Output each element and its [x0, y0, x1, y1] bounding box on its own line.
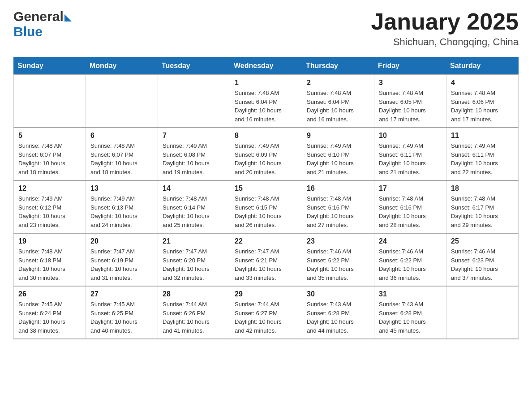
- calendar-cell: [158, 75, 230, 128]
- day-number: 20: [90, 237, 153, 245]
- day-info: Sunrise: 7:49 AMSunset: 6:11 PMDaylight:…: [451, 141, 514, 176]
- calendar-cell: 30Sunrise: 7:43 AMSunset: 6:28 PMDayligh…: [302, 286, 374, 339]
- week-row-5: 26Sunrise: 7:45 AMSunset: 6:24 PMDayligh…: [14, 286, 519, 339]
- day-info: Sunrise: 7:48 AMSunset: 6:04 PMDaylight:…: [235, 89, 297, 124]
- day-info: Sunrise: 7:48 AMSunset: 6:18 PMDaylight:…: [18, 247, 81, 282]
- day-info: Sunrise: 7:48 AMSunset: 6:15 PMDaylight:…: [235, 194, 297, 229]
- day-info: Sunrise: 7:49 AMSunset: 6:08 PMDaylight:…: [163, 141, 225, 176]
- calendar-cell: 25Sunrise: 7:46 AMSunset: 6:23 PMDayligh…: [446, 233, 519, 286]
- weekday-header-wednesday: Wednesday: [230, 57, 302, 75]
- day-info: Sunrise: 7:48 AMSunset: 6:07 PMDaylight:…: [18, 141, 81, 176]
- calendar-cell: 29Sunrise: 7:44 AMSunset: 6:27 PMDayligh…: [230, 286, 302, 339]
- calendar-cell: 10Sunrise: 7:49 AMSunset: 6:11 PMDayligh…: [374, 128, 446, 180]
- day-number: 8: [235, 132, 297, 140]
- calendar-cell: 17Sunrise: 7:48 AMSunset: 6:16 PMDayligh…: [374, 180, 446, 233]
- day-info: Sunrise: 7:49 AMSunset: 6:10 PMDaylight:…: [307, 141, 369, 176]
- week-row-2: 5Sunrise: 7:48 AMSunset: 6:07 PMDaylight…: [14, 128, 519, 180]
- day-info: Sunrise: 7:48 AMSunset: 6:16 PMDaylight:…: [307, 194, 369, 229]
- weekday-header-tuesday: Tuesday: [158, 57, 230, 75]
- calendar-cell: 19Sunrise: 7:48 AMSunset: 6:18 PMDayligh…: [14, 233, 86, 286]
- day-number: 3: [379, 79, 442, 87]
- day-number: 27: [90, 290, 153, 298]
- day-info: Sunrise: 7:43 AMSunset: 6:28 PMDaylight:…: [307, 300, 369, 335]
- day-number: 4: [451, 79, 514, 87]
- day-info: Sunrise: 7:49 AMSunset: 6:13 PMDaylight:…: [90, 194, 153, 229]
- week-row-4: 19Sunrise: 7:48 AMSunset: 6:18 PMDayligh…: [14, 233, 519, 286]
- day-info: Sunrise: 7:45 AMSunset: 6:24 PMDaylight:…: [18, 300, 81, 335]
- day-number: 12: [18, 184, 81, 193]
- day-number: 23: [307, 237, 369, 245]
- calendar-cell: 6Sunrise: 7:48 AMSunset: 6:07 PMDaylight…: [86, 128, 158, 180]
- calendar-cell: 23Sunrise: 7:46 AMSunset: 6:22 PMDayligh…: [302, 233, 374, 286]
- calendar-cell: 12Sunrise: 7:49 AMSunset: 6:12 PMDayligh…: [14, 180, 86, 233]
- day-number: 30: [307, 290, 369, 298]
- day-number: 18: [451, 184, 514, 193]
- calendar-cell: 14Sunrise: 7:48 AMSunset: 6:14 PMDayligh…: [158, 180, 230, 233]
- location-text: Shichuan, Chongqing, China: [371, 36, 519, 48]
- calendar-cell: [446, 286, 519, 339]
- day-number: 22: [235, 237, 297, 245]
- calendar-cell: 1Sunrise: 7:48 AMSunset: 6:04 PMDaylight…: [230, 75, 302, 128]
- calendar-table: SundayMondayTuesdayWednesdayThursdayFrid…: [13, 57, 519, 339]
- day-number: 26: [18, 290, 81, 298]
- day-info: Sunrise: 7:48 AMSunset: 6:06 PMDaylight:…: [451, 89, 514, 124]
- day-number: 16: [307, 184, 369, 193]
- day-info: Sunrise: 7:49 AMSunset: 6:09 PMDaylight:…: [235, 141, 297, 176]
- day-info: Sunrise: 7:48 AMSunset: 6:04 PMDaylight:…: [307, 89, 369, 124]
- day-number: 10: [379, 132, 442, 140]
- calendar-cell: 28Sunrise: 7:44 AMSunset: 6:26 PMDayligh…: [158, 286, 230, 339]
- day-info: Sunrise: 7:44 AMSunset: 6:27 PMDaylight:…: [235, 300, 297, 335]
- logo-arrow-icon: [64, 14, 72, 21]
- day-info: Sunrise: 7:46 AMSunset: 6:22 PMDaylight:…: [307, 247, 369, 282]
- calendar-cell: 22Sunrise: 7:47 AMSunset: 6:21 PMDayligh…: [230, 233, 302, 286]
- calendar-cell: 9Sunrise: 7:49 AMSunset: 6:10 PMDaylight…: [302, 128, 374, 180]
- day-number: 2: [307, 79, 369, 87]
- day-info: Sunrise: 7:48 AMSunset: 6:05 PMDaylight:…: [379, 89, 442, 124]
- calendar-cell: 24Sunrise: 7:46 AMSunset: 6:22 PMDayligh…: [374, 233, 446, 286]
- day-number: 5: [18, 132, 81, 140]
- calendar-cell: 20Sunrise: 7:47 AMSunset: 6:19 PMDayligh…: [86, 233, 158, 286]
- calendar-cell: 3Sunrise: 7:48 AMSunset: 6:05 PMDaylight…: [374, 75, 446, 128]
- weekday-header-sunday: Sunday: [14, 57, 86, 75]
- day-number: 19: [18, 237, 81, 245]
- calendar-cell: 31Sunrise: 7:43 AMSunset: 6:28 PMDayligh…: [374, 286, 446, 339]
- day-info: Sunrise: 7:45 AMSunset: 6:25 PMDaylight:…: [90, 300, 153, 335]
- week-row-1: 1Sunrise: 7:48 AMSunset: 6:04 PMDaylight…: [14, 75, 519, 128]
- title-block: January 2025 Shichuan, Chongqing, China: [371, 9, 519, 48]
- calendar-cell: 13Sunrise: 7:49 AMSunset: 6:13 PMDayligh…: [86, 180, 158, 233]
- logo-general-text: General: [13, 9, 64, 24]
- day-info: Sunrise: 7:47 AMSunset: 6:21 PMDaylight:…: [235, 247, 297, 282]
- weekday-header-thursday: Thursday: [302, 57, 374, 75]
- day-info: Sunrise: 7:46 AMSunset: 6:22 PMDaylight:…: [379, 247, 442, 282]
- logo: General Blue: [13, 9, 72, 39]
- day-info: Sunrise: 7:47 AMSunset: 6:20 PMDaylight:…: [163, 247, 225, 282]
- day-info: Sunrise: 7:48 AMSunset: 6:17 PMDaylight:…: [451, 194, 514, 229]
- calendar-cell: 2Sunrise: 7:48 AMSunset: 6:04 PMDaylight…: [302, 75, 374, 128]
- calendar-cell: 16Sunrise: 7:48 AMSunset: 6:16 PMDayligh…: [302, 180, 374, 233]
- day-info: Sunrise: 7:43 AMSunset: 6:28 PMDaylight:…: [379, 300, 442, 335]
- day-info: Sunrise: 7:47 AMSunset: 6:19 PMDaylight:…: [90, 247, 153, 282]
- weekday-header-row: SundayMondayTuesdayWednesdayThursdayFrid…: [14, 57, 519, 75]
- day-number: 24: [379, 237, 442, 245]
- day-number: 25: [451, 237, 514, 245]
- page-header: General Blue January 2025 Shichuan, Chon…: [13, 9, 519, 48]
- day-number: 29: [235, 290, 297, 298]
- weekday-header-monday: Monday: [86, 57, 158, 75]
- day-number: 28: [163, 290, 225, 298]
- day-number: 7: [163, 132, 225, 140]
- calendar-cell: 26Sunrise: 7:45 AMSunset: 6:24 PMDayligh…: [14, 286, 86, 339]
- calendar-cell: 8Sunrise: 7:49 AMSunset: 6:09 PMDaylight…: [230, 128, 302, 180]
- logo-blue-text: Blue: [13, 24, 43, 39]
- calendar-cell: 15Sunrise: 7:48 AMSunset: 6:15 PMDayligh…: [230, 180, 302, 233]
- day-number: 6: [90, 132, 153, 140]
- weekday-header-friday: Friday: [374, 57, 446, 75]
- day-number: 15: [235, 184, 297, 193]
- day-number: 14: [163, 184, 225, 193]
- day-number: 31: [379, 290, 442, 298]
- calendar-cell: [86, 75, 158, 128]
- calendar-cell: 4Sunrise: 7:48 AMSunset: 6:06 PMDaylight…: [446, 75, 519, 128]
- day-number: 9: [307, 132, 369, 140]
- day-number: 13: [90, 184, 153, 193]
- day-info: Sunrise: 7:44 AMSunset: 6:26 PMDaylight:…: [163, 300, 225, 335]
- day-info: Sunrise: 7:48 AMSunset: 6:07 PMDaylight:…: [90, 141, 153, 176]
